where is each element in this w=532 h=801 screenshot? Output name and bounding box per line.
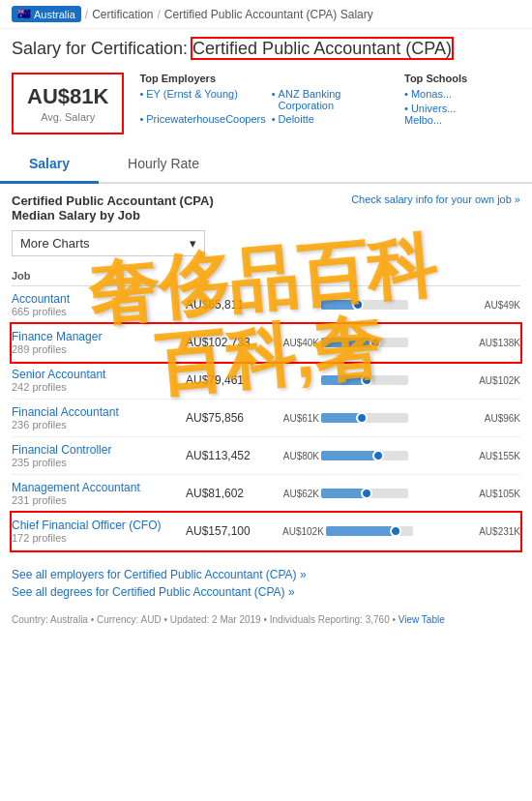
bar-track	[321, 375, 408, 385]
job-name[interactable]: Chief Financial Officer (CFO)	[12, 519, 186, 532]
top-schools-title: Top Schools	[404, 73, 520, 84]
table-row: Financial Accountant 236 profiles AU$75,…	[12, 400, 520, 437]
bar-min: AU$61K	[282, 413, 319, 424]
bar-container: AU$40K	[282, 338, 453, 348]
col-job: Job	[12, 270, 186, 282]
employer-ey[interactable]: EY (Ernst & Young)	[139, 88, 265, 111]
bar-container: AU$61K	[282, 413, 453, 424]
footer-note: Country: Australia • Currency: AUD • Upd…	[0, 610, 532, 633]
dropdown-wrapper: More Charts ▾	[12, 230, 520, 256]
job-profiles: 231 profiles	[12, 494, 186, 506]
bar-fill	[321, 375, 365, 385]
job-median: AU$113,452	[186, 449, 282, 462]
tabs: Salary Hourly Rate	[0, 146, 532, 184]
avg-salary-value: AU$81K	[27, 84, 108, 109]
bar-fill	[321, 338, 373, 347]
table-row: Accountant 665 profiles AU$65,811 AU$49K	[12, 286, 520, 324]
bar-track	[321, 413, 408, 423]
bar-dot	[361, 374, 372, 386]
bar-fill	[321, 413, 361, 423]
view-table-link[interactable]: View Table	[399, 614, 445, 625]
bar-container: AU$102K	[282, 526, 453, 537]
country-label: Australia	[34, 9, 75, 20]
page-wrapper: 🇦🇺 Australia / Certification / Certified…	[0, 0, 532, 633]
breadcrumb-certification[interactable]: Certification	[92, 8, 153, 21]
school-2[interactable]: • Univers...Melbo...	[404, 103, 520, 126]
see-all-employers-link[interactable]: See all employers for Certified Public A…	[12, 568, 520, 581]
bar-fill	[326, 526, 394, 536]
job-name[interactable]: Management Accountant	[12, 481, 186, 494]
bar-container: AU$80K	[282, 451, 453, 461]
bar-container	[282, 375, 453, 385]
job-name[interactable]: Financial Accountant	[12, 405, 186, 419]
bar-track	[321, 338, 408, 347]
bar-track	[326, 526, 413, 536]
salary-table: Job Accountant 665 profiles AU$65,811	[12, 266, 520, 550]
tab-hourly[interactable]: Hourly Rate	[99, 146, 228, 184]
more-charts-dropdown[interactable]: More Charts ▾	[12, 230, 205, 256]
job-name[interactable]: Accountant	[12, 292, 186, 306]
avg-salary-box: AU$81K Avg. Salary	[12, 73, 124, 134]
job-median: AU$75,856	[186, 411, 282, 425]
breadcrumb-sep-2: /	[158, 8, 161, 21]
chart-section: Certified Public Accountant (CPA) Median…	[0, 184, 532, 560]
job-profiles: 242 profiles	[12, 381, 186, 393]
bar-dot	[361, 488, 372, 499]
chart-title: Certified Public Accountant (CPA) Median…	[12, 193, 224, 222]
bar-track	[321, 451, 408, 460]
job-profiles: 172 profiles	[12, 532, 186, 544]
school-1[interactable]: • Monas...	[404, 88, 520, 100]
country-flag-button[interactable]: 🇦🇺 Australia	[12, 6, 81, 22]
top-employers-section: Top Employers EY (Ernst & Young) ANZ Ban…	[139, 73, 397, 129]
job-name[interactable]: Financial Controller	[12, 443, 186, 457]
breadcrumb-current: Certified Public Accountant (CPA) Salary	[164, 8, 373, 21]
employer-deloitte[interactable]: Deloitte	[272, 113, 397, 125]
footer-links: See all employers for Certified Public A…	[0, 560, 532, 610]
breadcrumb: 🇦🇺 Australia / Certification / Certified…	[0, 0, 532, 29]
see-all-degrees-link[interactable]: See all degrees for Certified Public Acc…	[12, 585, 520, 599]
dropdown-arrow: ▾	[190, 236, 196, 251]
table-row: Financial Controller 235 profiles AU$113…	[12, 437, 520, 475]
top-info: Top Employers EY (Ernst & Young) ANZ Ban…	[139, 73, 520, 129]
table-row: Chief Financial Officer (CFO) 172 profil…	[12, 513, 520, 550]
employer-pwc[interactable]: PricewaterhouseCoopers	[139, 113, 265, 125]
job-profiles: 289 profiles	[12, 343, 186, 355]
table-row: Management Accountant 231 profiles AU$81…	[12, 475, 520, 513]
bar-max-label: AU$231K	[453, 526, 520, 537]
bar-max-label: AU$138K	[453, 338, 520, 348]
bar-container	[282, 300, 453, 310]
bar-track	[321, 300, 408, 310]
tab-salary[interactable]: Salary	[0, 146, 99, 184]
breadcrumb-sep-1: /	[85, 8, 88, 21]
bar-max-label: AU$155K	[453, 451, 520, 461]
job-profiles: 236 profiles	[12, 419, 186, 430]
job-median: AU$157,100	[186, 524, 282, 538]
avg-salary-label: Avg. Salary	[27, 111, 108, 123]
top-section: AU$81K Avg. Salary Top Employers EY (Ern…	[0, 65, 532, 146]
chart-header: Certified Public Accountant (CPA) Median…	[12, 193, 520, 222]
top-schools-list: • Monas... • Univers...Melbo...	[404, 88, 520, 126]
bar-max-label: AU$102K	[453, 375, 520, 386]
bar-dot	[352, 299, 364, 311]
bar-dot	[356, 412, 368, 424]
bar-max-label: AU$96K	[453, 413, 520, 424]
top-employers-title: Top Employers	[139, 73, 397, 84]
job-profiles: 235 profiles	[12, 457, 186, 468]
bar-max-label: AU$105K	[453, 489, 520, 499]
page-title-area: Salary for Certification: Certified Publ…	[0, 29, 532, 65]
certification-title: Certified Public Accountant (CPA)	[192, 39, 452, 58]
table-row: Senior Accountant 242 profiles AU$79,461…	[12, 362, 520, 400]
bar-dot	[390, 525, 401, 537]
col-max	[453, 270, 520, 282]
employer-anz[interactable]: ANZ Banking Corporation	[272, 88, 397, 111]
job-median: AU$102,733	[186, 336, 282, 349]
job-name[interactable]: Finance Manager	[12, 330, 186, 343]
check-salary-link[interactable]: Check salary info for your own job »	[351, 193, 520, 205]
dropdown-label: More Charts	[20, 236, 90, 251]
job-median: AU$65,811	[186, 298, 282, 312]
job-name[interactable]: Senior Accountant	[12, 368, 186, 381]
bar-min: AU$80K	[282, 451, 319, 461]
footer-note-text: Country: Australia • Currency: AUD • Upd…	[12, 614, 396, 625]
col-median	[186, 270, 282, 282]
bar-dot	[369, 337, 381, 348]
